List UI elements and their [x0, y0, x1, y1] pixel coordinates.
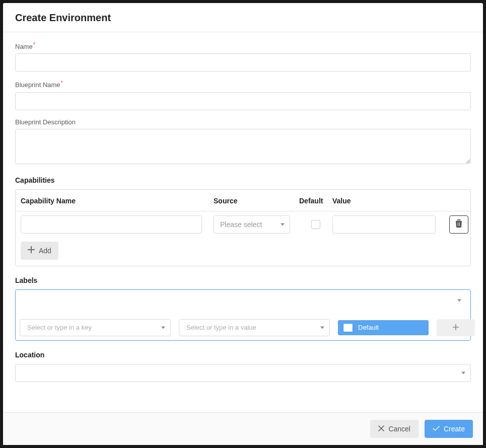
col-default: Default: [299, 197, 332, 205]
modal-title: Create Environment: [15, 12, 471, 24]
plus-icon: [28, 246, 39, 255]
create-label: Create: [444, 425, 465, 433]
label-default-checkbox[interactable]: [343, 323, 353, 332]
add-capability-button[interactable]: Add: [21, 242, 58, 260]
capabilities-heading: Capabilities: [15, 176, 471, 184]
add-capability-label: Add: [39, 247, 51, 255]
blueprint-name-group: Blueprint Name*: [15, 80, 471, 110]
capability-source-placeholder: Please select: [220, 220, 262, 229]
capability-source-select[interactable]: Please select: [214, 215, 290, 234]
modal-header: Create Environment: [3, 3, 483, 32]
capabilities-table: Capability Name Source Default Value Ple…: [15, 189, 471, 266]
label-value-select[interactable]: Select or type in a value: [179, 319, 330, 336]
blueprint-description-group: Blueprint Description: [15, 118, 471, 166]
capability-default-checkbox[interactable]: [311, 220, 320, 229]
label-value-placeholder: Select or type in a value: [186, 324, 256, 331]
name-label: Name*: [15, 41, 471, 50]
chevron-down-icon: [320, 326, 324, 329]
trash-icon: [455, 219, 462, 229]
labels-kv-row: Select or type in a key Select or type i…: [20, 319, 466, 336]
modal-body: Name* Blueprint Name* Blueprint Descript…: [3, 32, 483, 412]
plus-icon: [453, 323, 459, 332]
blueprint-description-label: Blueprint Description: [15, 118, 471, 126]
capability-value-input[interactable]: [332, 215, 436, 234]
col-value: Value: [332, 197, 446, 205]
labels-multiselect[interactable]: [20, 294, 466, 307]
required-asterisk-icon: *: [61, 80, 63, 86]
create-environment-modal: Create Environment Name* Blueprint Name*…: [3, 3, 483, 445]
chevron-down-icon: [161, 326, 165, 329]
label-default-text: Default: [358, 324, 379, 331]
blueprint-name-input[interactable]: [15, 92, 471, 110]
add-label-button[interactable]: [437, 319, 475, 336]
required-asterisk-icon: *: [33, 41, 35, 47]
blueprint-name-label: Blueprint Name*: [15, 80, 471, 89]
capability-name-input[interactable]: [21, 215, 202, 234]
col-action: [446, 197, 468, 205]
chevron-down-icon: [281, 223, 285, 226]
label-key-select[interactable]: Select or type in a key: [20, 319, 171, 336]
blueprint-description-textarea[interactable]: [15, 129, 471, 164]
name-group: Name*: [15, 41, 471, 71]
chevron-down-icon: [461, 371, 465, 374]
table-row: Please select: [16, 211, 470, 238]
labels-container: Select or type in a key Select or type i…: [15, 289, 471, 341]
labels-heading: Labels: [15, 276, 471, 284]
cancel-label: Cancel: [388, 425, 410, 433]
add-capability-row: Add: [16, 238, 470, 266]
label-key-placeholder: Select or type in a key: [27, 324, 92, 331]
label-default-toggle[interactable]: Default: [338, 320, 429, 335]
col-source: Source: [214, 197, 299, 205]
modal-footer: Cancel Create: [3, 412, 483, 445]
location-select[interactable]: [15, 364, 471, 382]
close-icon: [378, 425, 388, 433]
name-input[interactable]: [15, 53, 471, 71]
capabilities-header-row: Capability Name Source Default Value: [16, 190, 470, 211]
create-button[interactable]: Create: [425, 420, 473, 438]
chevron-down-icon: [457, 299, 461, 302]
check-icon: [433, 425, 444, 433]
delete-capability-button[interactable]: [449, 215, 468, 234]
cancel-button[interactable]: Cancel: [370, 420, 419, 438]
location-heading: Location: [15, 351, 471, 359]
col-capability-name: Capability Name: [21, 197, 214, 205]
